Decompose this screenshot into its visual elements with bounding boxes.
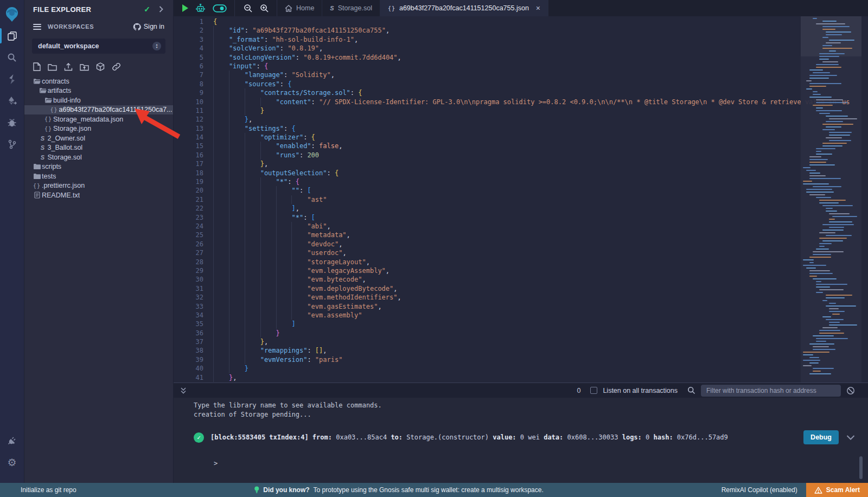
code-line[interactable]: "*": [ [213,213,868,222]
code-line[interactable]: "_format": "hh-sol-build-info-1", [213,35,868,44]
code-line[interactable]: } [213,364,868,373]
code-line[interactable]: } [213,329,868,337]
json-file-icon: {} [388,5,395,11]
zoom-out-icon[interactable] [244,4,253,13]
code-line[interactable]: "remappings": [], [213,346,868,355]
listen-label[interactable]: Listen on all transactions [603,387,678,394]
file-tree-item[interactable]: contracts [24,77,173,86]
code-line[interactable]: }, [213,337,868,346]
file-tree-item[interactable]: {}.prettierrc.json [24,181,173,191]
source-control-icon[interactable] [0,133,24,155]
github-signin-button[interactable]: Sign in [133,23,164,31]
debug-button[interactable]: Debug [803,430,839,444]
code-line[interactable]: }, [213,373,868,382]
code-line[interactable]: "enabled": false, [213,142,868,150]
home-icon [285,5,292,12]
file-tree-item[interactable]: tests [24,171,173,181]
copilot-status[interactable]: RemixAI Copilot (enabled) [722,486,797,494]
code-line[interactable]: "": [ [213,186,868,195]
link-icon[interactable] [112,62,121,71]
code-line[interactable]: ] [213,320,868,328]
file-tree-item[interactable]: SStorage.sol [24,152,173,162]
upload-folder-icon[interactable] [80,63,89,71]
code-line[interactable]: "ast" [213,195,868,204]
listen-checkbox[interactable] [590,387,597,394]
plugin-manager-icon[interactable] [0,430,24,451]
code-line[interactable]: "metadata", [213,231,868,239]
file-tree-item[interactable]: {}Storage_metadata.json [24,114,173,124]
file-tree-item[interactable]: scripts [24,162,173,172]
close-tab-icon[interactable]: × [536,4,540,12]
settings-gear-icon[interactable]: ⚙ [0,451,24,473]
code-line[interactable]: }, [213,115,868,124]
file-tree-item[interactable]: artifacts [24,86,173,96]
code-line[interactable]: "contracts/Storage.sol": { [213,88,868,97]
new-file-icon[interactable] [33,62,41,71]
workspaces-menu-icon[interactable] [33,22,41,31]
tab-build-info-json[interactable]: {} a69b43f277ba20fcac141151250ca755.json… [380,0,548,16]
code-editor[interactable]: 1234567891011121314151617181920212223242… [174,16,868,383]
remix-logo-icon[interactable] [0,3,24,25]
code-line[interactable]: "storageLayout", [213,258,868,266]
clear-console-icon[interactable] [846,386,855,395]
code-line[interactable]: { [213,17,868,26]
file-tree-item[interactable]: README.txt [24,190,173,200]
code-line[interactable]: "evm.legacyAssembly", [213,266,868,275]
transaction-row[interactable]: ✓ [block:5583405 txIndex:4] from: 0xa03.… [194,430,855,444]
remixai-robot-icon[interactable] [195,4,206,13]
workspace-select[interactable]: default_workspace ▲▼ [32,39,165,54]
code-line[interactable]: "evm.gasEstimates", [213,302,868,311]
file-tree-item[interactable]: S2_Owner.sol [24,133,173,143]
collapse-terminal-icon[interactable] [180,387,187,394]
code-line[interactable]: "outputSelection": { [213,169,868,177]
zoom-in-icon[interactable] [260,4,269,13]
code-line[interactable]: ], [213,204,868,213]
code-line[interactable]: "content": "// SPDX-License-Identifier: … [213,98,868,106]
scam-alert-button[interactable]: Scam Alert [806,483,868,497]
tab-home[interactable]: Home [277,0,322,16]
transaction-filter-input[interactable] [701,385,841,397]
code-line[interactable]: "evm.assembly" [213,311,868,320]
code-line[interactable]: } [213,106,868,115]
run-script-icon[interactable] [182,4,188,12]
deploy-run-icon[interactable] [0,90,24,112]
git-init-button[interactable]: Initialize as git repo [0,486,76,494]
file-tree-item[interactable]: S3_Ballot.sol [24,143,173,153]
copilot-toggle-icon[interactable] [213,4,227,12]
terminal-scrollbar[interactable] [859,456,863,479]
code-line[interactable]: "runs": 200 [213,151,868,160]
tab-storage-sol[interactable]: S Storage.sol [322,0,380,16]
code-line[interactable]: "evmVersion": "paris" [213,355,868,364]
code-line[interactable]: "id": "a69b43f277ba20fcac141151250ca755"… [213,26,868,35]
code-line[interactable]: "evm.methodIdentifiers", [213,293,868,302]
code-line[interactable]: "*": { [213,177,868,186]
new-folder-icon[interactable] [48,63,57,71]
terminal-prompt[interactable]: > [194,459,218,468]
code-line[interactable]: "evm.bytecode", [213,275,868,284]
code-line[interactable]: "solcLongVersion": "0.8.19+commit.7dd6d4… [213,53,868,62]
code-line[interactable]: "optimizer": { [213,133,868,142]
publish-box-icon[interactable] [96,62,105,71]
solidity-compiler-icon[interactable] [0,68,24,90]
search-icon[interactable] [0,47,24,68]
file-tree-item[interactable]: build-info [24,95,173,105]
expand-transaction-icon[interactable] [846,435,855,440]
code-line[interactable]: "abi", [213,222,868,231]
code-line[interactable]: "input": { [213,62,868,71]
minimap[interactable] [801,16,861,383]
code-line[interactable]: "settings": { [213,124,868,133]
code-line[interactable]: "devdoc", [213,240,868,248]
debugger-icon[interactable] [0,112,24,133]
file-explorer-icon[interactable] [0,25,24,47]
code-line[interactable]: "evm.deployedBytecode", [213,284,868,293]
terminal-body[interactable]: Type the library name to see available c… [174,398,868,483]
code-line[interactable]: }, [213,160,868,168]
code-line[interactable]: "userdoc", [213,248,868,257]
file-tree-item[interactable]: {}a69b43f277ba20fcac141151250ca7... [24,105,173,115]
collapse-chevron-icon[interactable] [159,6,163,12]
code-line[interactable]: "sources": { [213,80,868,88]
upload-file-icon[interactable] [64,62,73,71]
code-line[interactable]: "language": "Solidity", [213,71,868,79]
file-tree-item[interactable]: {}Storage.json [24,124,173,134]
code-line[interactable]: "solcVersion": "0.8.19", [213,44,868,53]
